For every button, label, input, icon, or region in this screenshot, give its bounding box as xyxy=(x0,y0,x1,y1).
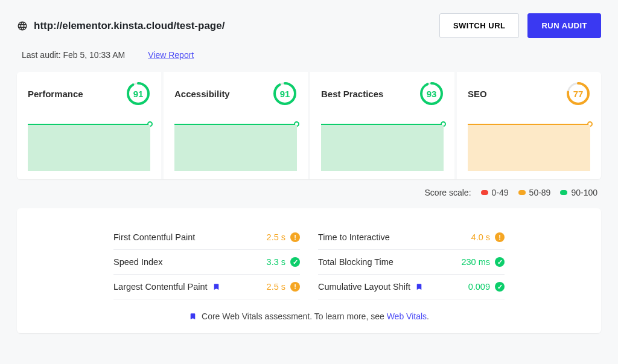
metric-value: 2.5 s xyxy=(267,282,285,292)
run-audit-button[interactable]: RUN AUDIT xyxy=(527,13,601,38)
trend-band xyxy=(321,124,444,171)
score-value: 77 xyxy=(566,81,590,106)
metric-label: Total Blocking Time xyxy=(318,257,393,267)
check-icon: ✓ xyxy=(495,282,505,292)
score-card-accessibility[interactable]: Accessibility 91 xyxy=(164,72,308,179)
metric-value: 230 ms xyxy=(461,257,490,267)
warn-icon: ! xyxy=(290,232,300,242)
score-value: 93 xyxy=(419,81,444,106)
last-audit-label: Last audit: Feb 5, 10:33 AM xyxy=(22,50,125,60)
metric-label: First Contentful Paint xyxy=(113,232,195,242)
score-scale-green: 90-100 xyxy=(560,188,597,197)
globe-icon xyxy=(17,21,28,31)
warn-icon: ! xyxy=(290,282,300,292)
metric-value: 2.5 s xyxy=(267,232,285,242)
audit-url: http://elementor.kinsta.cloud/test-page/ xyxy=(34,20,225,32)
score-scale-orange: 50-89 xyxy=(518,188,551,197)
bookmark-icon xyxy=(212,282,220,292)
card-title: Best Practices xyxy=(321,89,383,99)
score-ring: 91 xyxy=(126,81,150,106)
metric-row: First Contentful Paint 2.5 s ! xyxy=(113,225,300,250)
metric-row: Total Blocking Time 230 ms ✓ xyxy=(318,250,505,275)
metric-label: Time to Interactive xyxy=(318,232,390,242)
card-title: Performance xyxy=(28,89,83,99)
warn-icon: ! xyxy=(495,232,505,242)
card-title: SEO xyxy=(468,89,487,99)
trend-band xyxy=(174,124,297,171)
metric-label: Cumulative Layout Shift xyxy=(318,282,410,292)
score-ring: 91 xyxy=(273,81,297,106)
score-ring: 77 xyxy=(566,81,590,106)
metric-row: Largest Contentful Paint 2.5 s ! xyxy=(113,275,300,299)
metric-value: 3.3 s xyxy=(267,257,285,267)
check-icon: ✓ xyxy=(290,257,300,267)
score-value: 91 xyxy=(126,81,150,106)
score-scale-red: 0-49 xyxy=(481,188,509,197)
trend-band xyxy=(28,124,150,171)
web-vitals-link[interactable]: Web Vitals xyxy=(387,311,427,321)
bookmark-icon xyxy=(415,282,423,292)
metrics-panel: First Contentful Paint 2.5 s ! Speed Ind… xyxy=(17,208,601,333)
card-title: Accessibility xyxy=(174,89,230,99)
metric-value: 4.0 s xyxy=(471,232,490,242)
metric-value: 0.009 xyxy=(468,282,490,292)
check-icon: ✓ xyxy=(495,257,505,267)
metric-row: Time to Interactive 4.0 s ! xyxy=(318,225,505,250)
switch-url-button[interactable]: SWITCH URL xyxy=(439,13,520,38)
metric-label: Speed Index xyxy=(113,257,162,267)
bookmark-icon xyxy=(189,311,197,321)
trend-band xyxy=(468,124,590,171)
score-card-best-practices[interactable]: Best Practices 93 xyxy=(310,72,454,179)
core-web-vitals-note: Core Web Vitals assessment. To learn mor… xyxy=(113,299,505,321)
score-card-seo[interactable]: SEO 77 xyxy=(457,72,601,179)
metric-row: Speed Index 3.3 s ✓ xyxy=(113,250,300,275)
score-cards: Performance 91 Accessibility 91 xyxy=(17,72,601,179)
metric-label: Largest Contentful Paint xyxy=(113,282,208,292)
score-ring: 93 xyxy=(419,81,444,106)
view-report-link[interactable]: View Report xyxy=(148,50,194,60)
score-card-performance[interactable]: Performance 91 xyxy=(17,72,161,179)
metric-row: Cumulative Layout Shift 0.009 ✓ xyxy=(318,275,505,299)
score-scale-label: Score scale: xyxy=(425,188,471,197)
score-value: 91 xyxy=(273,81,297,106)
